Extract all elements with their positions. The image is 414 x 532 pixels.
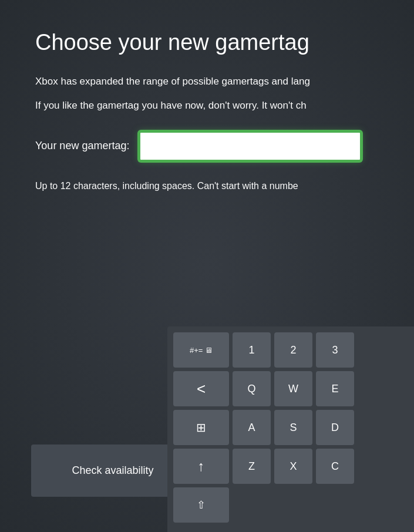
page-title: Choose your new gamertag [35,29,379,56]
keyboard-row-3: ⊞ A S D [173,410,408,445]
key-a[interactable]: A [233,410,271,445]
key-x[interactable]: X [274,449,312,484]
key-s[interactable]: S [274,410,312,445]
gamertag-row: Your new gamertag: [35,131,379,161]
gamertag-input[interactable] [139,131,362,161]
main-content: Choose your new gamertag Xbox has expand… [0,0,414,193]
key-symbols[interactable]: #+= 🖥 [173,332,229,368]
key-lang[interactable]: ⇧ [173,487,229,523]
keyboard-row-1: #+= 🖥 1 2 3 [173,332,408,368]
key-z[interactable]: Z [233,449,271,484]
key-mode[interactable]: ⊞ [173,410,229,445]
key-c[interactable]: C [316,449,354,484]
keyboard-area: #+= 🖥 1 2 3 < Q W E ⊞ A S D ↑ Z X C ⇧ [167,326,414,532]
description-text-1: Xbox has expanded the range of possible … [35,74,379,89]
gamertag-label: Your new gamertag: [35,140,129,152]
key-w[interactable]: W [274,371,312,406]
key-1[interactable]: 1 [233,332,271,368]
key-3[interactable]: 3 [316,332,354,368]
key-shift[interactable]: ↑ [173,449,229,484]
key-2[interactable]: 2 [274,332,312,368]
keyboard-row-2: < Q W E [173,371,408,406]
key-back[interactable]: < [173,371,229,406]
description-text-2: If you like the gamertag you have now, d… [35,98,379,113]
keyboard-row-5: ⇧ [173,487,408,523]
keyboard-row-4: ↑ Z X C [173,449,408,484]
hint-text: Up to 12 characters, including spaces. C… [35,179,379,193]
key-e[interactable]: E [316,371,354,406]
key-q[interactable]: Q [233,371,271,406]
key-d[interactable]: D [316,410,354,445]
